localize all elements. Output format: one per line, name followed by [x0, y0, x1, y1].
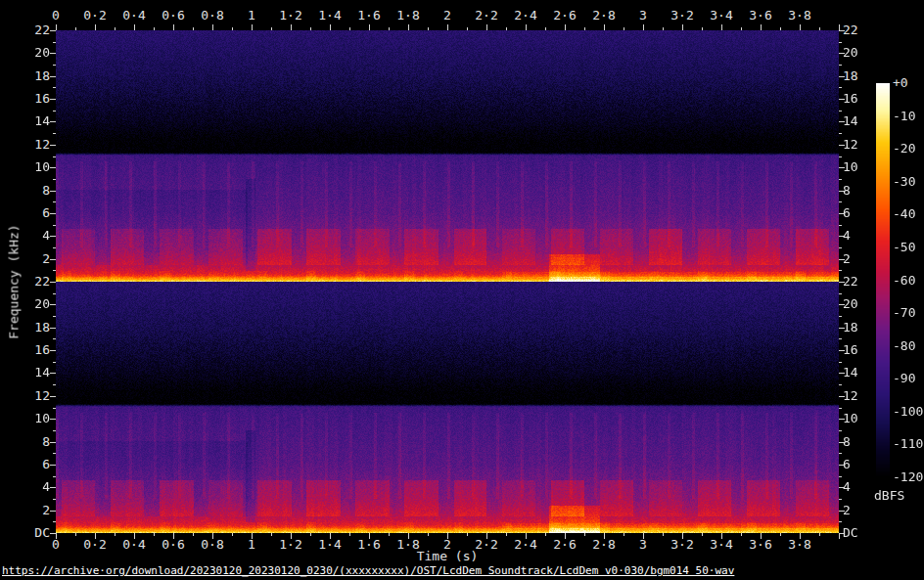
y-tick: [53, 521, 56, 522]
x-tick: [721, 24, 722, 30]
y-tick-label: 12: [843, 389, 882, 403]
y-tick-label: 8: [843, 184, 882, 198]
y-tick: [50, 30, 56, 31]
y-tick-label: 16: [843, 92, 882, 106]
y-tick: [839, 430, 842, 431]
x-tick: [389, 533, 390, 536]
y-tick: [839, 316, 842, 317]
x-tick: [75, 27, 76, 30]
x-tick: [232, 27, 233, 30]
y-tick-label: 16: [843, 343, 882, 357]
x-tick: [545, 27, 546, 30]
y-tick: [50, 350, 56, 351]
x-tick: [447, 24, 448, 30]
y-tick: [53, 476, 56, 477]
x-tick-label: 3·8: [776, 9, 823, 22]
y-tick-label: 12: [11, 138, 50, 152]
y-tick: [53, 225, 56, 226]
y-tick: [53, 87, 56, 88]
y-tick: [839, 408, 842, 409]
y-tick-label: 2: [11, 504, 50, 517]
x-tick: [349, 27, 350, 30]
x-tick: [643, 24, 644, 30]
x-tick: [800, 24, 801, 30]
y-tick: [53, 42, 56, 43]
x-tick: [486, 24, 487, 30]
y-tick-label: 10: [843, 160, 882, 174]
colorbar-tick-label: -80: [893, 339, 924, 353]
colorbar-tick-label: +0: [893, 76, 924, 90]
y-tick: [839, 225, 842, 226]
y-tick: [53, 156, 56, 157]
x-tick: [232, 533, 233, 536]
x-tick: [604, 24, 605, 30]
y-tick: [53, 338, 56, 339]
y-tick: [50, 465, 56, 466]
y-tick-label: 6: [11, 458, 50, 471]
x-tick: [291, 24, 292, 30]
y-tick-label: 18: [843, 321, 882, 335]
y-tick: [50, 487, 56, 488]
x-tick: [115, 533, 116, 536]
x-axis-title: Time (s): [417, 549, 479, 563]
colorbar-tick-label: -40: [893, 207, 924, 221]
x-tick: [389, 27, 390, 30]
x-tick: [154, 27, 155, 30]
x-tick: [408, 24, 409, 30]
x-tick: [624, 533, 624, 536]
y-tick: [839, 179, 842, 180]
y-tick: [50, 396, 56, 397]
x-tick: [819, 27, 820, 30]
y-tick: [53, 111, 56, 112]
y-tick-label: 20: [11, 46, 50, 60]
y-tick: [50, 236, 56, 237]
x-tick: [193, 27, 194, 30]
y-tick-label: 12: [843, 138, 882, 152]
y-tick-label: 10: [11, 160, 50, 174]
y-axis-title: Frequency (kHz): [7, 224, 22, 338]
x-tick: [428, 27, 429, 30]
y-tick-label: 4: [843, 229, 882, 243]
y-tick: [50, 259, 56, 260]
x-tick: [780, 533, 781, 536]
x-tick: [134, 24, 135, 30]
x-tick: [624, 27, 624, 30]
x-tick: [271, 533, 272, 536]
x-tick: [584, 27, 585, 30]
x-tick: [154, 533, 155, 536]
y-tick: [50, 373, 56, 374]
y-tick-label: 22: [843, 275, 882, 289]
spectrogram-heatmap: [56, 30, 839, 533]
y-tick-label: 18: [843, 69, 882, 83]
y-tick: [50, 213, 56, 214]
x-tick: [780, 27, 781, 30]
y-tick: [839, 338, 842, 339]
colorbar-unit-label: dBFS: [874, 488, 904, 503]
y-tick-label: 14: [11, 366, 50, 379]
x-tick: [526, 24, 527, 30]
y-tick: [50, 191, 56, 192]
x-tick: [741, 27, 742, 30]
y-tick: [839, 247, 842, 248]
x-tick: [506, 533, 507, 536]
x-tick: [565, 24, 566, 30]
y-tick: [50, 304, 56, 305]
x-tick: [741, 533, 742, 536]
y-tick-label: 14: [843, 114, 882, 128]
x-tick-label: 3·8: [776, 538, 823, 552]
x-tick: [193, 533, 194, 536]
y-tick-label: 8: [11, 184, 50, 198]
y-tick: [53, 270, 56, 271]
source-url-link[interactable]: https://archive·org/download/20230120_20…: [2, 564, 734, 577]
y-tick-label: 8: [843, 435, 882, 449]
y-tick: [839, 499, 842, 500]
y-tick-label: 16: [11, 92, 50, 106]
x-tick: [310, 533, 311, 536]
y-tick-label: 22: [843, 23, 882, 37]
y-tick: [53, 408, 56, 409]
x-tick: [702, 27, 703, 30]
x-tick: [95, 24, 96, 30]
x-tick: [173, 24, 174, 30]
y-tick-label: 20: [843, 297, 882, 311]
y-tick-label: 6: [843, 206, 882, 220]
